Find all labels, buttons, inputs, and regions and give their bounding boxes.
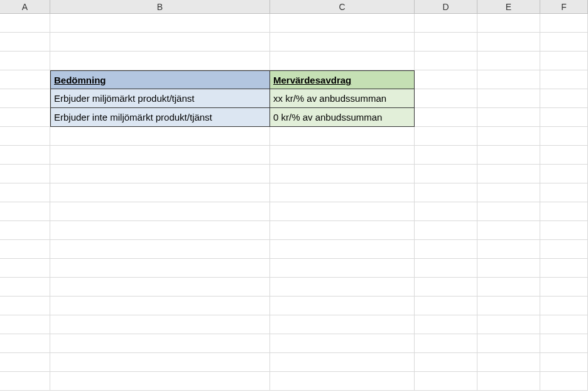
cell[interactable] [540, 315, 588, 334]
cell[interactable] [540, 240, 588, 259]
cell[interactable] [0, 108, 50, 127]
cell[interactable] [415, 297, 477, 315]
cell[interactable] [415, 353, 477, 372]
cell[interactable] [477, 353, 540, 372]
cell[interactable] [50, 183, 270, 202]
cell[interactable] [477, 297, 540, 315]
cell[interactable] [477, 221, 540, 240]
cell[interactable] [540, 165, 588, 183]
col-header-c[interactable]: C [270, 0, 415, 13]
cell[interactable] [415, 202, 477, 221]
cell[interactable] [0, 278, 50, 297]
cell[interactable] [477, 108, 540, 127]
cell[interactable] [540, 202, 588, 221]
cell[interactable] [477, 146, 540, 165]
cell[interactable] [540, 108, 588, 127]
table-cell[interactable]: 0 kr/% av anbudssumman [270, 108, 415, 127]
cell[interactable] [50, 353, 270, 372]
cell[interactable] [50, 146, 270, 165]
cell[interactable] [477, 52, 540, 70]
cell[interactable] [50, 52, 270, 70]
cell[interactable] [477, 315, 540, 334]
cell[interactable] [540, 127, 588, 146]
cell[interactable] [270, 14, 415, 33]
cell[interactable] [540, 334, 588, 353]
cell[interactable] [477, 240, 540, 259]
cell[interactable] [415, 33, 477, 52]
cell[interactable] [415, 221, 477, 240]
cell[interactable] [415, 372, 477, 391]
table-cell[interactable]: Erbjuder inte miljömärkt produkt/tjänst [50, 108, 270, 127]
cell[interactable] [477, 372, 540, 391]
cell[interactable] [270, 240, 415, 259]
cell[interactable] [50, 202, 270, 221]
cell[interactable] [270, 259, 415, 278]
cell[interactable] [0, 183, 50, 202]
cell[interactable] [270, 33, 415, 52]
cell[interactable] [477, 14, 540, 33]
cell[interactable] [0, 165, 50, 183]
cell[interactable] [0, 146, 50, 165]
cell[interactable] [270, 334, 415, 353]
cell[interactable] [0, 297, 50, 315]
cell[interactable] [0, 334, 50, 353]
cell[interactable] [477, 259, 540, 278]
cell[interactable] [540, 146, 588, 165]
table-cell[interactable]: xx kr/% av anbudssumman [270, 89, 415, 108]
cell[interactable] [0, 70, 50, 89]
cell[interactable] [415, 70, 477, 89]
cell[interactable] [477, 278, 540, 297]
cell[interactable] [50, 315, 270, 334]
cell[interactable] [415, 108, 477, 127]
cell[interactable] [50, 33, 270, 52]
cell[interactable] [540, 278, 588, 297]
cell[interactable] [415, 52, 477, 70]
cell[interactable] [0, 127, 50, 146]
cell[interactable] [50, 240, 270, 259]
cell[interactable] [50, 127, 270, 146]
table-header-mervaerdesavdrag[interactable]: Mervärdesavdrag [270, 70, 415, 89]
cell[interactable] [50, 165, 270, 183]
cell[interactable] [540, 372, 588, 391]
cell[interactable] [270, 353, 415, 372]
cell[interactable] [270, 183, 415, 202]
cell[interactable] [0, 52, 50, 70]
cell[interactable] [50, 14, 270, 33]
cell[interactable] [50, 221, 270, 240]
cell[interactable] [477, 202, 540, 221]
cell[interactable] [50, 297, 270, 315]
cell[interactable] [270, 127, 415, 146]
cell[interactable] [270, 165, 415, 183]
cell[interactable] [0, 221, 50, 240]
cell[interactable] [50, 334, 270, 353]
cell[interactable] [540, 297, 588, 315]
cell[interactable] [540, 89, 588, 108]
cell[interactable] [415, 315, 477, 334]
cell[interactable] [270, 278, 415, 297]
cell[interactable] [415, 183, 477, 202]
cell[interactable] [540, 183, 588, 202]
cell[interactable] [270, 52, 415, 70]
cell[interactable] [270, 202, 415, 221]
cell[interactable] [477, 70, 540, 89]
col-header-e[interactable]: E [477, 0, 540, 13]
cell[interactable] [270, 146, 415, 165]
cell[interactable] [540, 33, 588, 52]
cell[interactable] [477, 334, 540, 353]
cell[interactable] [415, 14, 477, 33]
cell[interactable] [540, 353, 588, 372]
table-cell[interactable]: Erbjuder miljömärkt produkt/tjänst [50, 89, 270, 108]
cell[interactable] [477, 127, 540, 146]
cell[interactable] [415, 127, 477, 146]
cell[interactable] [540, 14, 588, 33]
cell[interactable] [0, 353, 50, 372]
cell[interactable] [0, 89, 50, 108]
cell[interactable] [270, 372, 415, 391]
cell[interactable] [477, 89, 540, 108]
cell[interactable] [50, 372, 270, 391]
cell[interactable] [50, 278, 270, 297]
table-header-bedoemning[interactable]: Bedömning [50, 70, 270, 89]
cell[interactable] [415, 278, 477, 297]
cell[interactable] [540, 259, 588, 278]
cell[interactable] [270, 221, 415, 240]
